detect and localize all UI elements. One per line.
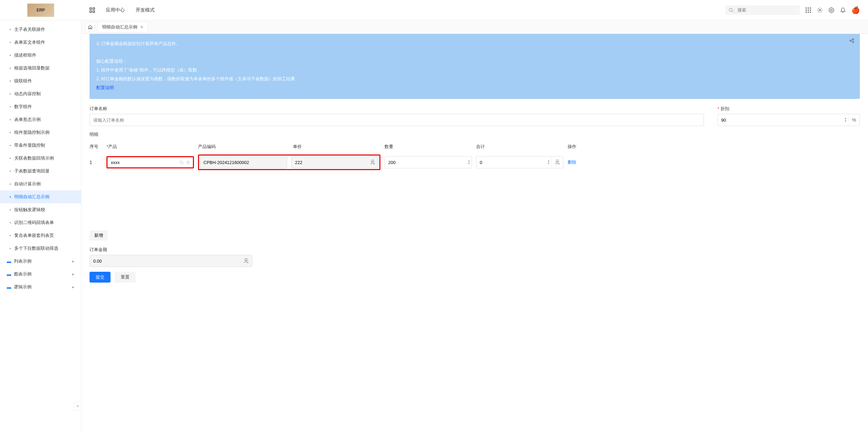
svg-rect-7 [808, 7, 809, 8]
svg-rect-11 [810, 9, 811, 11]
total-stepper[interactable]: ▲▼ [547, 160, 551, 165]
svg-marker-16 [829, 7, 834, 13]
chevron-right-icon: ▸ [72, 272, 74, 276]
folder-icon: ▬ [7, 259, 11, 264]
user-avatar-icon[interactable]: 🍎 [851, 6, 860, 14]
sidebar-folder[interactable]: ▬列表示例 ▸ [0, 255, 81, 268]
svg-rect-1 [93, 8, 95, 9]
banner-line: 3. 订单金额会根据折扣计算所有产品总价。 [96, 39, 853, 48]
sidebar-folder[interactable]: ▬图表示例 ▸ [0, 268, 81, 281]
tab-close-icon[interactable]: ✕ [140, 25, 143, 29]
tab-active[interactable]: 明细自动汇总示例 ✕ [98, 22, 148, 33]
chevron-right-icon: ▸ [72, 259, 74, 264]
sidebar-item[interactable]: 数字组件 [0, 100, 81, 113]
delete-row-link[interactable]: 删除 [568, 160, 576, 165]
step-down-icon[interactable]: ▼ [547, 162, 550, 165]
folder-label: 列表示例 [14, 258, 32, 264]
add-row-button[interactable]: 新增 [90, 230, 108, 241]
clear-icon[interactable] [186, 160, 190, 164]
folder-label: 图表示例 [14, 271, 32, 277]
svg-point-20 [852, 41, 854, 43]
product-input[interactable] [107, 160, 179, 165]
order-name-input[interactable] [90, 118, 704, 123]
sidebar-item[interactable]: 复合表单嵌套列表页 [0, 229, 81, 242]
sidebar-item[interactable]: 主子表关联操作 [0, 23, 81, 36]
bell-icon[interactable] [840, 7, 846, 13]
folder-icon: ▬ [7, 272, 11, 277]
sidebar-item[interactable]: 根据选项回显数据 [0, 62, 81, 75]
detail-row: 1 [90, 152, 860, 172]
tab-title: 明细自动汇总示例 [102, 24, 137, 30]
reset-button[interactable]: 重置 [115, 272, 136, 283]
sidebar-item[interactable]: 多个下拉数据联动筛选 [0, 242, 81, 255]
apps-grid-icon[interactable] [90, 7, 95, 13]
price-input [292, 160, 367, 165]
gear-icon[interactable] [817, 7, 823, 13]
nav-links: 应用中心 开发模式 [81, 7, 725, 13]
sidebar-item[interactable]: 自动计算示例 [0, 178, 81, 190]
order-amount-input [90, 259, 240, 264]
banner-core2: 2. 对订单金额的默认值设置为函数，函数的取值为本表单的多个组件值（主表与子表数… [96, 75, 853, 83]
sidebar-item[interactable]: 动态内容控制 [0, 87, 81, 100]
product-code-field [200, 156, 287, 168]
svg-rect-14 [810, 12, 811, 13]
share-icon[interactable] [849, 38, 854, 43]
sidebar-item[interactable]: 组件显隐控制示例 [0, 126, 81, 139]
sidebar-item[interactable]: 按钮触发逻辑校 [0, 203, 81, 216]
code-price-highlighted-group: 元 [198, 155, 380, 170]
sidebar-item[interactable]: 描述框组件 [0, 49, 81, 62]
col-qty: 数量 [384, 144, 476, 150]
top-header: ERP 应用中心 开发模式 | 🍎 [0, 0, 868, 20]
sidebar-item-active[interactable]: 明细自动汇总示例 [0, 190, 81, 203]
sidebar-item[interactable]: 识别二维码回填表单 [0, 216, 81, 229]
step-down-icon[interactable]: ▼ [844, 120, 847, 123]
sidebar-collapse-button[interactable]: « [74, 401, 81, 411]
sidebar-item[interactable]: 带条件显隐控制 [0, 139, 81, 152]
product-input-highlighted[interactable] [106, 156, 194, 168]
submit-button[interactable]: 提交 [90, 272, 111, 283]
sidebar-item[interactable]: 表单富文本组件 [0, 36, 81, 49]
grid-apps-icon[interactable] [805, 7, 811, 13]
logo[interactable]: ERP [27, 3, 54, 17]
nav-app-center[interactable]: 应用中心 [106, 7, 125, 13]
col-product: *产品 [106, 144, 198, 150]
step-down-icon[interactable]: ▼ [468, 162, 470, 165]
order-name-label: 订单名称 [90, 106, 704, 112]
sidebar: 主子表关联操作 表单富文本组件 描述框组件 根据选项回显数据 级联组件 动态内容… [0, 20, 81, 431]
home-tab[interactable] [85, 22, 95, 32]
col-price: 单价 [293, 144, 384, 150]
sidebar-item[interactable]: 关联表数据回填示例 [0, 152, 81, 165]
qty-input[interactable] [385, 160, 468, 165]
col-action: 操作 [568, 144, 860, 150]
sidebar-item[interactable]: 子表数据查询回显 [0, 165, 81, 178]
discount-unit: % [848, 114, 860, 126]
svg-rect-13 [808, 12, 809, 13]
detail-section-label: 明细 [90, 131, 860, 138]
discount-input[interactable] [718, 118, 844, 123]
lookup-icon[interactable] [179, 160, 183, 164]
folder-label: 逻辑示例 [14, 284, 32, 290]
detail-header: 序号 *产品 产品编码 单价 数量 合计 操作 [90, 141, 860, 152]
banner-core1: 1. 组件中使用了"表格"组件，可以跨模型（表）取数 [96, 66, 853, 75]
settings-outline-icon[interactable] [828, 7, 834, 13]
svg-line-24 [182, 163, 183, 164]
search-input[interactable] [737, 7, 796, 13]
header-right: | 🍎 [725, 5, 868, 15]
chevron-right-icon: ▸ [72, 285, 74, 289]
total-input[interactable] [476, 160, 547, 165]
search-icon [729, 8, 733, 13]
config-link[interactable]: 配置说明 [96, 83, 853, 92]
svg-point-17 [830, 9, 832, 11]
svg-point-19 [852, 39, 854, 40]
sidebar-item[interactable]: 表单形态示例 [0, 113, 81, 126]
product-code-input [200, 160, 287, 165]
nav-dev-mode[interactable]: 开发模式 [136, 7, 155, 13]
sidebar-item[interactable]: 级联组件 [0, 75, 81, 87]
svg-rect-3 [93, 11, 95, 13]
search-box[interactable]: | [725, 5, 800, 15]
discount-stepper[interactable]: ▲▼ [844, 117, 848, 123]
col-seq: 序号 [90, 144, 106, 150]
qty-stepper[interactable]: ▲▼ [468, 160, 472, 165]
sidebar-folder[interactable]: ▬逻辑示例 ▸ [0, 281, 81, 293]
svg-rect-12 [806, 12, 807, 13]
